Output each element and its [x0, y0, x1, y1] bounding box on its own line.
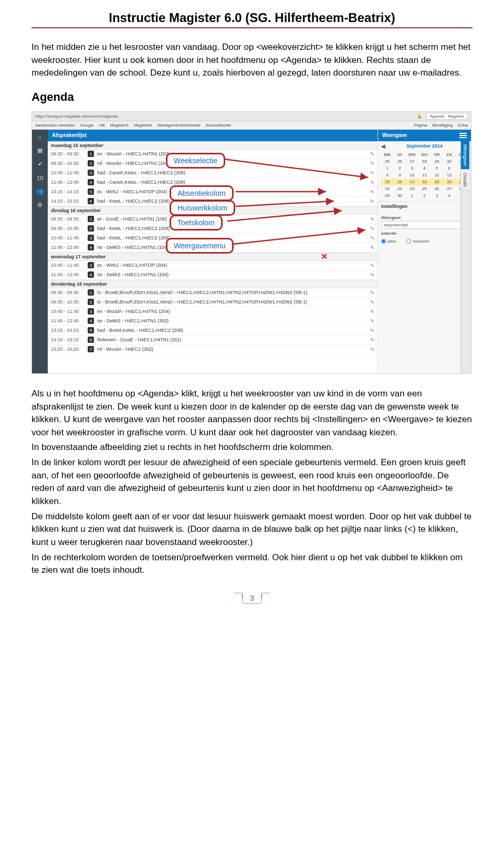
lesson-row[interactable]: 10:45 - 11:453had - CaveK,KeteL - H4EC1,… [48, 169, 377, 178]
calendar-day[interactable]: 27 [406, 158, 418, 165]
calendar-day[interactable]: 20 [443, 179, 456, 185]
calendar-day[interactable]: 11 [418, 172, 431, 179]
instellingen-header[interactable]: Instellingen ˄ [378, 201, 471, 211]
edit-icon[interactable]: ✎ [370, 337, 374, 343]
calendar-day[interactable]: 9 [394, 172, 406, 179]
edit-icon[interactable]: ✎ [370, 235, 374, 241]
edit-icon[interactable]: ✎ [370, 226, 374, 232]
edit-icon[interactable]: ✎ [370, 216, 374, 222]
lesson-row[interactable]: 13:15 - 14:155had - BosM,KeteL - H4EC1,H… [48, 326, 377, 336]
edit-icon[interactable]: ✎ [370, 151, 374, 157]
lesson-row[interactable]: 08:30 - 09:301lo - BroeB,BrouR,EltzH,Klo… [48, 288, 377, 298]
browser-tab[interactable]: Agenda - Magister [426, 113, 468, 120]
lesson-row[interactable]: 10:45 - 11:453ec - WirbJ - H4EC1,H4TOP (… [48, 261, 377, 270]
calendar-day[interactable]: 13 [443, 172, 456, 179]
calendar-day[interactable]: 3 [430, 192, 443, 199]
home-icon[interactable]: ⌂ [36, 133, 44, 141]
radio-huiswerk[interactable]: huiswerk [406, 239, 429, 244]
edit-icon[interactable]: ✎ [370, 180, 374, 185]
edit-icon[interactable]: ✎ [370, 170, 374, 176]
edit-icon[interactable]: ✎ [370, 189, 374, 195]
period-badge: 1 [88, 216, 94, 222]
prev-month[interactable]: ◀ [381, 143, 385, 149]
calendar-day[interactable]: 26 [430, 185, 443, 192]
callout-weekselectie: Weekselectie [166, 153, 225, 169]
calendar-day[interactable]: 29 [430, 158, 443, 165]
calendar-day[interactable]: 23 [394, 185, 406, 192]
calendar-icon[interactable]: ▦ [36, 146, 44, 155]
edit-icon[interactable]: ✎ [370, 318, 374, 324]
calendar-day[interactable]: 22 [381, 185, 394, 192]
calendar-day[interactable]: 28 [418, 158, 431, 165]
lesson-row[interactable]: 10:45 - 11:453en - WoodA - H4EC1,H4TN1 (… [48, 307, 377, 317]
calendar-day[interactable]: 26 [394, 158, 406, 165]
bookmark-item[interactable]: Aanbevolen websites [35, 123, 75, 128]
tab-weergave[interactable]: Weergave [461, 141, 469, 170]
edit-icon[interactable]: ✎ [370, 328, 374, 333]
calendar-day[interactable]: 1 [406, 192, 418, 199]
tab-details[interactable]: Details [461, 170, 469, 191]
day-header: woensdag 17 september [48, 253, 377, 261]
calendar-day[interactable]: 17 [406, 179, 418, 185]
edit-icon[interactable]: ✎ [370, 272, 374, 278]
calendar-day[interactable]: 18 [418, 179, 431, 185]
calendar[interactable]: MADIWODOVRZAZO25262728293031123456789101… [378, 151, 471, 201]
calendar-day[interactable]: 29 [381, 192, 394, 199]
lesson-row[interactable]: 11:45 - 12:454ne - DekkS - H4EC1,H4TN1 (… [48, 317, 377, 326]
radio-alles[interactable]: alles [381, 239, 396, 244]
calendar-day[interactable]: 30 [394, 192, 406, 199]
lesson-row[interactable]: 09:30 - 10:302lo - BroeB,BrouR,EltzH,Klo… [48, 298, 377, 307]
bookmark-item[interactable]: Magister6 [134, 123, 152, 128]
people-icon[interactable]: 👥 [36, 187, 44, 196]
calendar-day[interactable]: 27 [443, 185, 456, 192]
bookmark-item[interactable]: Magister5 [110, 123, 129, 128]
day-header: donderdag 18 september [48, 280, 377, 288]
gear-icon[interactable]: ⚙ [36, 201, 44, 209]
lesson-desc: lo - BroeB,BrouR,EltzH,Klos1,VersD - H4E… [97, 290, 367, 295]
edit-icon[interactable]: ✎ [370, 309, 374, 315]
delete-icon[interactable]: ✕ [321, 252, 328, 261]
edit-icon[interactable]: ✎ [370, 347, 374, 352]
calendar-day[interactable]: 25 [381, 158, 394, 165]
calendar-day[interactable]: 16 [394, 179, 406, 185]
calendar-day[interactable]: 19 [430, 179, 443, 185]
calendar-day[interactable]: 24 [406, 185, 418, 192]
calendar-day[interactable]: 10 [406, 172, 418, 179]
weergave-select[interactable]: afsprakenlijst ˅ [381, 221, 468, 229]
calendar-day[interactable]: 12 [430, 172, 443, 179]
bookmark-item[interactable]: SchoolMaster [206, 123, 232, 128]
edit-icon[interactable]: ✎ [370, 290, 374, 296]
calendar-day[interactable]: 4 [418, 165, 431, 172]
calendar-day[interactable]: 30 [443, 158, 456, 165]
calendar-day[interactable]: 25 [418, 185, 431, 192]
edit-icon[interactable]: ✎ [370, 198, 374, 204]
edit-icon[interactable]: ✎ [370, 299, 374, 305]
bookmark-item[interactable]: Google [80, 123, 94, 128]
edit-icon[interactable]: ✎ [370, 245, 374, 250]
calendar-day[interactable]: 8 [381, 172, 394, 179]
bookmark-item[interactable]: HB [99, 123, 104, 128]
check-icon[interactable]: ✔ [36, 160, 44, 169]
browser-menu-item[interactable]: Beveiliging [433, 123, 453, 128]
calendar-day[interactable]: 1 [381, 165, 394, 172]
browser-menu-item[interactable]: Pagina [414, 123, 427, 128]
calendar-day[interactable]: 4 [443, 192, 456, 199]
calendar-day[interactable]: 15 [381, 179, 394, 185]
edit-icon[interactable]: ✎ [370, 263, 374, 268]
calendar-day[interactable]: 2 [394, 165, 406, 172]
calendar-day[interactable]: 3 [406, 165, 418, 172]
menu-icon[interactable] [459, 133, 467, 138]
lesson-row[interactable]: 14:15 - 15:156Rekenen - GooiE - H4EC1,H4… [48, 336, 377, 345]
calendar-day[interactable]: 6 [443, 165, 456, 172]
period-badge: 4 [88, 179, 94, 185]
grades-icon[interactable]: 10 [36, 174, 44, 182]
time-range: 14:15 - 15:15 [51, 198, 85, 204]
bookmark-item[interactable]: Managementinformatie [158, 123, 201, 128]
calendar-day[interactable]: 2 [418, 192, 431, 199]
browser-menu-item[interactable]: Extra [458, 123, 468, 128]
calendar-day[interactable]: 5 [430, 165, 443, 172]
lesson-row[interactable]: 11:45 - 12:454ne - DekkS - H4EC1,H4TN1 (… [48, 270, 377, 280]
period-badge: 1 [88, 151, 94, 157]
edit-icon[interactable]: ✎ [370, 161, 374, 166]
lesson-row[interactable]: 15:20 - 16:207ml - WoodA - H4EC1 (202)✎ [48, 345, 377, 354]
